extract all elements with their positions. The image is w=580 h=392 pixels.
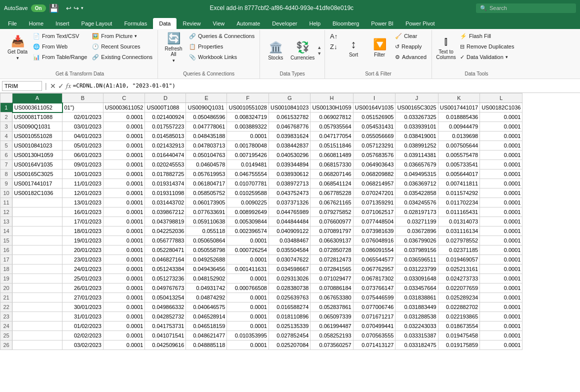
- cell-r21-c11[interactable]: 0.025289234: [438, 293, 480, 302]
- row-header-3[interactable]: 3: [0, 122, 12, 132]
- cell-r26-c7[interactable]: 0.025207084: [268, 340, 310, 350]
- cell-r9-c9[interactable]: 0.068214957: [353, 179, 396, 188]
- cell-r12-c3[interactable]: 0.0001: [104, 208, 145, 217]
- cell-r8-c8[interactable]: 0.068207146: [310, 170, 353, 179]
- cell-r23-c6[interactable]: 0.0001: [227, 312, 268, 322]
- cell-r8-c12[interactable]: 0.0001: [480, 170, 522, 179]
- search-input[interactable]: [490, 5, 570, 11]
- cell-r21-c12[interactable]: 0.0001: [480, 293, 522, 302]
- cell-r16-c11[interactable]: 0.02371185: [438, 246, 480, 255]
- cell-r21-c3[interactable]: 0.0001: [104, 293, 145, 302]
- col-header-D[interactable]: D: [145, 94, 186, 103]
- cell-r3-c6[interactable]: 0.003889322: [227, 122, 268, 132]
- cell-r10-c12[interactable]: 0.0001: [480, 188, 522, 198]
- cell-r11-c12[interactable]: 0.0001: [480, 198, 522, 208]
- tab-review[interactable]: Review: [176, 18, 206, 29]
- cell-r5-c12[interactable]: 0.0001: [480, 141, 522, 150]
- cell-r25-c1[interactable]: [12, 331, 62, 340]
- existing-connections-button[interactable]: 🔗 Existing Connections: [90, 52, 154, 62]
- cell-r6-c7[interactable]: 0.040530296: [268, 150, 310, 160]
- cell-r18-c2[interactable]: 24/01/2023: [62, 264, 104, 274]
- cell-r4-c11[interactable]: 0.0139698: [438, 132, 480, 141]
- cell-r7-c5[interactable]: 0.04604578: [186, 160, 227, 170]
- cell-r2-c4[interactable]: 0.021400924: [145, 112, 186, 122]
- cell-r6-c3[interactable]: 0.0001: [104, 150, 145, 160]
- row-header-10[interactable]: 10: [0, 188, 12, 198]
- cell-r8-c2[interactable]: 10/01/2023: [62, 170, 104, 179]
- cell-r1-c7[interactable]: US0010841023: [268, 103, 310, 112]
- cell-r5-c3[interactable]: 0.0001: [104, 141, 145, 150]
- tab-data[interactable]: Data: [153, 18, 176, 29]
- cell-r13-c9[interactable]: 0.077448504: [353, 217, 396, 226]
- cell-r11-c6[interactable]: 0.0090225: [227, 198, 268, 208]
- cell-r12-c9[interactable]: 0.071062517: [353, 208, 396, 217]
- cell-r3-c4[interactable]: 0.017557223: [145, 122, 186, 132]
- cell-r9-c12[interactable]: 0.0001: [480, 179, 522, 188]
- cell-r5-c5[interactable]: 0.047803713: [186, 141, 227, 150]
- cell-r22-c4[interactable]: 0.049866332: [145, 302, 186, 312]
- confirm-formula-icon[interactable]: ✓: [58, 82, 64, 90]
- cell-r17-c2[interactable]: 23/01/2023: [62, 255, 104, 264]
- cell-r3-c3[interactable]: 0.0001: [104, 122, 145, 132]
- cell-r4-c7[interactable]: 0.039831624: [268, 132, 310, 141]
- cell-r22-c8[interactable]: 0.052837861: [310, 302, 353, 312]
- cell-r22-c3[interactable]: 0.0001: [104, 302, 145, 312]
- cell-r25-c5[interactable]: 0.048621477: [186, 331, 227, 340]
- col-header-B[interactable]: B: [62, 94, 104, 103]
- cell-r23-c12[interactable]: 0.0001: [480, 312, 522, 322]
- cell-r10-c1[interactable]: US00182C1036: [12, 188, 62, 198]
- cell-r5-c8[interactable]: 0.051511846: [310, 141, 353, 150]
- cell-r18-c3[interactable]: 0.0001: [104, 264, 145, 274]
- cell-r20-c6[interactable]: 0.000766508: [227, 284, 268, 293]
- cell-r17-c3[interactable]: 0.0001: [104, 255, 145, 264]
- remove-duplicates-button[interactable]: ⊟ Remove Duplicates: [458, 42, 518, 52]
- cell-r4-c5[interactable]: 0.048435188: [186, 132, 227, 141]
- cell-r24-c5[interactable]: 0.046518159: [186, 322, 227, 331]
- cell-r13-c1[interactable]: [12, 217, 62, 226]
- cell-r18-c5[interactable]: 0.049436456: [186, 264, 227, 274]
- cell-r6-c9[interactable]: 0.057683576: [353, 150, 396, 160]
- cell-r23-c3[interactable]: 0.0001: [104, 312, 145, 322]
- row-header-24[interactable]: 24: [0, 322, 12, 331]
- cell-r1-c3[interactable]: US0003611052: [104, 103, 145, 112]
- cell-r14-c9[interactable]: 0.073981639: [353, 226, 396, 236]
- cell-r20-c5[interactable]: 0.04931742: [186, 284, 227, 293]
- cell-r16-c4[interactable]: 0.052280471: [145, 246, 186, 255]
- cell-r24-c11[interactable]: 0.018673554: [438, 322, 480, 331]
- cell-r19-c5[interactable]: 0.048152902: [186, 274, 227, 284]
- cell-r7-c9[interactable]: 0.064903643: [353, 160, 396, 170]
- cell-r23-c2[interactable]: 31/01/2023: [62, 312, 104, 322]
- cell-r1-c11[interactable]: US0017441017: [438, 103, 480, 112]
- row-header-12[interactable]: 12: [0, 208, 12, 217]
- cell-r5-c10[interactable]: 0.038991252: [396, 141, 438, 150]
- cell-r24-c8[interactable]: 0.061994487: [310, 322, 353, 331]
- cell-r26-c9[interactable]: 0.071413127: [353, 340, 396, 350]
- cell-r5-c11[interactable]: 0.007505644: [438, 141, 480, 150]
- undo-dropdown-icon[interactable]: ▾: [81, 6, 84, 10]
- flash-fill-button[interactable]: ⚡ Flash Fill: [458, 31, 518, 41]
- cell-r24-c9[interactable]: 0.070499441: [353, 322, 396, 331]
- cell-r1-c10[interactable]: US00165C3025: [396, 103, 438, 112]
- cell-r3-c12[interactable]: 0.0001: [480, 122, 522, 132]
- cell-r11-c5[interactable]: 0.060173905: [186, 198, 227, 208]
- cell-r22-c12[interactable]: 0.0001: [480, 302, 522, 312]
- stocks-button[interactable]: 🏛️ Stocks: [263, 34, 288, 67]
- row-header-4[interactable]: 4: [0, 132, 12, 141]
- save-icon[interactable]: 💾: [49, 4, 59, 13]
- cell-r14-c7[interactable]: 0.040909122: [268, 226, 310, 236]
- cell-r6-c11[interactable]: 0.005575478: [438, 150, 480, 160]
- cell-r21-c5[interactable]: 0.04874292: [186, 293, 227, 302]
- row-header-23[interactable]: 23: [0, 312, 12, 322]
- cell-r17-c1[interactable]: [12, 255, 62, 264]
- cell-r6-c2[interactable]: 06/01/2023: [62, 150, 104, 160]
- cell-r24-c1[interactable]: [12, 322, 62, 331]
- cell-r25-c2[interactable]: 02/02/2023: [62, 331, 104, 340]
- cell-r19-c2[interactable]: 25/01/2023: [62, 274, 104, 284]
- from-text-csv-button[interactable]: 📄 From Text/CSV: [31, 31, 89, 41]
- cell-r25-c12[interactable]: 0.0001: [480, 331, 522, 340]
- cell-r5-c7[interactable]: 0.038442837: [268, 141, 310, 150]
- cell-r12-c7[interactable]: 0.044765989: [268, 208, 310, 217]
- cell-r21-c1[interactable]: [12, 293, 62, 302]
- tab-bloomberg[interactable]: Bloomberg: [326, 18, 365, 29]
- cell-r10-c8[interactable]: 0.067785228: [310, 188, 353, 198]
